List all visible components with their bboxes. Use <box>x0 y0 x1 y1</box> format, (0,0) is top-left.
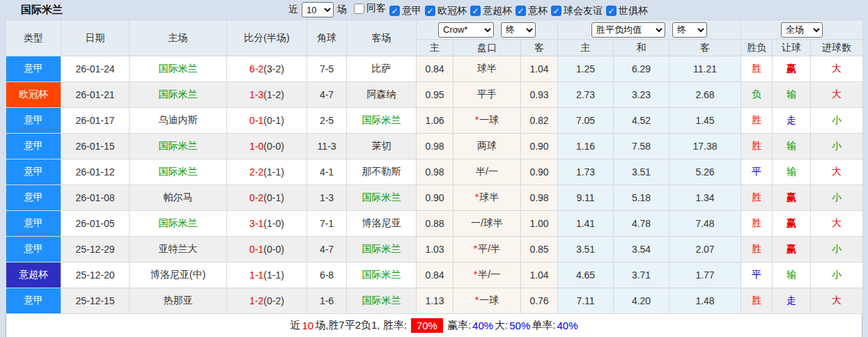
fulltime-score: 2-2 <box>249 166 263 178</box>
filter-checkbox-世俱杯[interactable]: 世俱杯 <box>606 5 648 17</box>
avg-away-cell: 7.48 <box>669 211 741 237</box>
filter-checkbox-意超杯[interactable]: 意超杯 <box>470 5 512 17</box>
date-cell: 26-01-08 <box>61 185 130 211</box>
avg-away-cell: 1.34 <box>669 185 741 211</box>
result-group-header: 全场 <box>741 20 863 40</box>
handicap-star-icon: * <box>474 243 477 254</box>
handicap-label: 球半 <box>479 191 499 203</box>
checkbox-icon[interactable] <box>516 6 526 16</box>
date-cell: 26-01-15 <box>61 134 130 159</box>
avg-time-select[interactable]: 终 <box>672 22 707 38</box>
home-team-cell: 国际米兰 <box>130 211 227 237</box>
halftime-score: (1-0) <box>263 218 284 229</box>
footer-seg2: 场,胜7平2负1, 胜率: <box>315 319 407 332</box>
odds-home-cell: 0.98 <box>417 159 454 185</box>
score-cell: 0-1(0-1) <box>227 108 307 134</box>
filter-checkbox-label: 意甲 <box>402 5 421 17</box>
halftime-score: (0-1) <box>263 192 284 203</box>
sub-header-handicap: 盘口 <box>454 40 521 56</box>
table-row: 意甲 26-01-08 帕尔马 0-2(0-1) 1-3 国际米兰 0.90 *… <box>6 185 863 211</box>
handicap-label: 一球 <box>479 295 499 306</box>
result-cell: 胜 <box>741 185 773 211</box>
handicap-result-cell: 赢 <box>773 185 811 211</box>
score-cell: 6-2(3-2) <box>227 56 307 82</box>
checkbox-icon[interactable] <box>551 6 561 16</box>
corner-cell: 6-8 <box>307 262 347 288</box>
table-row: 意甲 26-01-15 国际米兰 1-0(0-0) 11-3 莱切 0.98 *… <box>6 134 863 159</box>
date-cell: 25-12-29 <box>61 237 130 262</box>
match-scope-select[interactable]: 全场 <box>781 22 823 38</box>
result-cell: 胜 <box>741 56 773 82</box>
col-header-away: 客场 <box>347 20 417 56</box>
handicap-cell: *两球 <box>454 134 521 159</box>
filter-checkbox-同客[interactable]: 同客 <box>354 2 386 15</box>
avg-draw-cell: 3.51 <box>614 159 669 185</box>
filter-checkbox-label: 世俱杯 <box>619 5 648 17</box>
col-header-type: 类型 <box>6 20 61 56</box>
handicap-label: 半/一 <box>476 166 498 177</box>
odds-time-select[interactable]: 终 <box>501 22 536 38</box>
halftime-score: (1-1) <box>263 166 284 178</box>
avg-home-cell: 9.11 <box>558 185 614 211</box>
away-team-cell: 莱切 <box>347 134 417 159</box>
checkbox-icon[interactable] <box>606 6 617 16</box>
checkbox-icon[interactable] <box>470 6 481 16</box>
odds-away-cell: 0.93 <box>521 82 558 108</box>
odds-away-cell: 1.04 <box>521 56 558 82</box>
handicap-result-cell: 赢 <box>773 211 811 237</box>
sub-header-odds-home: 主 <box>417 40 454 56</box>
fulltime-score: 1-2 <box>249 295 263 306</box>
table-header: 类型 日期 主场 比分(半场) 角球 客场 Crow* 终 <box>6 20 863 56</box>
win-rate-badge: 70% <box>411 318 443 333</box>
corner-cell: 7-5 <box>307 56 347 82</box>
checkbox-icon[interactable] <box>354 3 364 14</box>
avg-away-cell: 17.38 <box>669 134 741 159</box>
result-cell: 平 <box>741 159 773 185</box>
filter-checkbox-意甲[interactable]: 意甲 <box>389 5 421 17</box>
avg-draw-cell: 4.20 <box>614 288 669 314</box>
filter-checkbox-球会友谊[interactable]: 球会友谊 <box>551 5 603 17</box>
away-team-cell: 国际米兰 <box>347 237 417 262</box>
goals-result-cell: 大 <box>811 288 863 314</box>
handicap-result-cell: 输 <box>773 134 811 159</box>
match-type-badge: 意甲 <box>6 159 61 185</box>
handicap-result-cell: 走 <box>773 288 811 314</box>
goals-result-cell: 小 <box>811 108 863 134</box>
fulltime-score: 0-2 <box>249 192 263 203</box>
filter-checkbox-意杯[interactable]: 意杯 <box>516 5 548 17</box>
score-cell: 0-2(0-1) <box>227 185 307 211</box>
avg-select[interactable]: 胜平负均值 <box>591 22 665 38</box>
home-team-cell: 博洛尼亚(中) <box>130 262 227 288</box>
avg-draw-cell: 5.18 <box>614 185 669 211</box>
fulltime-score: 1-1 <box>249 269 263 281</box>
odds-home-cell: 1.06 <box>417 108 454 134</box>
score-cell: 1-3(1-2) <box>227 82 307 108</box>
odds-home-cell: 0.98 <box>417 134 454 159</box>
table-row: 意甲 26-01-17 乌迪内斯 0-1(0-1) 2-5 国际米兰 1.06 … <box>6 108 863 134</box>
goals-result-cell: 大 <box>811 56 863 82</box>
odds-away-cell: 0.90 <box>521 134 558 159</box>
result-cell: 胜 <box>741 108 773 134</box>
handicap-result-cell: 走 <box>773 108 811 134</box>
avg-home-cell: 1.16 <box>558 134 614 159</box>
goals-result-cell: 小 <box>811 262 863 288</box>
fulltime-score: 0-1 <box>249 244 263 255</box>
sub-header-goals: 进球数 <box>811 40 863 56</box>
handicap-cell: *平手 <box>454 82 521 108</box>
filter-checkbox-欧冠杯[interactable]: 欧冠杯 <box>425 5 467 17</box>
checkbox-icon[interactable] <box>389 6 400 16</box>
match-history-table: 类型 日期 主场 比分(半场) 角球 客场 Crow* 终 <box>6 19 863 314</box>
match-table-body: 意甲 26-01-24 国际米兰 6-2(3-2) 7-5 比萨 0.84 *球… <box>6 56 863 314</box>
avg-home-cell: 7.11 <box>558 288 614 314</box>
corner-cell: 1-3 <box>307 185 347 211</box>
sub-header-avg-away: 客 <box>669 40 741 56</box>
recent-count-select[interactable]: 10 <box>302 2 334 17</box>
checkbox-icon[interactable] <box>425 6 435 16</box>
avg-home-cell: 1.73 <box>558 159 614 185</box>
bookmaker-select[interactable]: Crow* <box>438 22 494 38</box>
handicap-cell: *球半 <box>454 185 521 211</box>
match-stats-panel: 国际米兰 近 10 场 同客意甲欧冠杯意超杯意杯球会友谊世俱杯 类型 日期 主场… <box>0 0 868 337</box>
handicap-cell: *一球 <box>454 288 521 314</box>
sub-header-result: 胜负 <box>741 40 773 56</box>
col-header-home: 主场 <box>130 20 227 56</box>
